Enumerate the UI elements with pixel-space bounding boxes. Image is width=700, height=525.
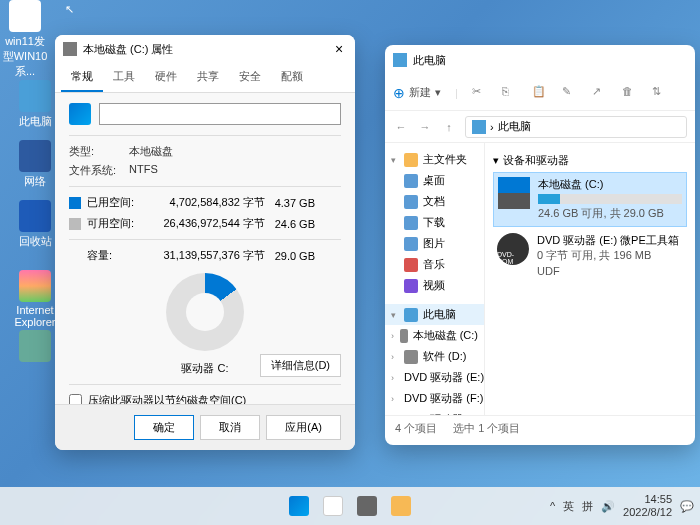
prop-tabs: 常规 工具 硬件 共享 安全 配额 (55, 63, 355, 93)
desktop-icon-network[interactable]: 网络 (10, 140, 60, 189)
sidebar-desktop[interactable]: 桌面 (385, 170, 484, 191)
new-button[interactable]: ⊕新建▾ (393, 85, 441, 101)
drive-e-info1: 0 字节 可用, 共 196 MB (537, 248, 683, 263)
type-label: 类型: (69, 144, 129, 159)
sidebar-downloads[interactable]: 下载 (385, 212, 484, 233)
prop-title: 本地磁盘 (C:) 属性 (83, 42, 331, 57)
ok-button[interactable]: 确定 (134, 415, 194, 440)
sidebar-music[interactable]: 音乐 (385, 254, 484, 275)
sidebar-drive-g[interactable]: ›DVD 驱动器 (... (385, 409, 484, 415)
ime-lang[interactable]: 英 (563, 499, 574, 514)
start-button[interactable] (284, 491, 314, 521)
tray-chevron-icon[interactable]: ^ (550, 500, 555, 512)
usage-donut-chart (166, 273, 244, 351)
pc-icon (472, 120, 486, 134)
cut-icon[interactable]: ✂ (472, 85, 488, 101)
clock[interactable]: 14:552022/8/12 (623, 493, 672, 519)
cancel-button[interactable]: 取消 (200, 415, 260, 440)
tab-tools[interactable]: 工具 (103, 63, 145, 92)
paste-icon[interactable]: 📋 (532, 85, 548, 101)
chevron-down-icon: ▾ (493, 154, 499, 167)
drive-icon (63, 42, 77, 56)
search-button[interactable] (318, 491, 348, 521)
drive-icon (400, 329, 407, 343)
fs-label: 文件系统: (69, 163, 129, 178)
drive-icon (498, 177, 530, 209)
apply-button[interactable]: 应用(A) (266, 415, 341, 440)
status-bar: 4 个项目 选中 1 个项目 (385, 415, 695, 441)
explorer-taskbar[interactable] (386, 491, 416, 521)
tab-hardware[interactable]: 硬件 (145, 63, 187, 92)
drive-name-input[interactable] (99, 103, 341, 125)
used-bytes: 4,702,584,832 字节 (145, 195, 265, 210)
exp-title: 此电脑 (413, 53, 446, 68)
drive-icon (404, 350, 418, 364)
desktop-icon-watermark (10, 330, 60, 364)
sidebar-videos[interactable]: 视频 (385, 275, 484, 296)
taskview-button[interactable] (352, 491, 382, 521)
docs-icon (404, 195, 418, 209)
cap-label: 容量: (87, 248, 145, 263)
sidebar-drive-f[interactable]: ›DVD 驱动器 (F:) (385, 388, 484, 409)
dvd-icon: DVD-ROM (497, 233, 529, 265)
fs-value: NTFS (129, 163, 341, 178)
desktop-icon-file[interactable]: win11发型WIN10系... (0, 0, 50, 79)
sidebar-docs[interactable]: 文档 (385, 191, 484, 212)
tab-sharing[interactable]: 共享 (187, 63, 229, 92)
tab-quota[interactable]: 配额 (271, 63, 313, 92)
ime-mode[interactable]: 拼 (582, 499, 593, 514)
drive-c-info: 24.6 GB 可用, 共 29.0 GB (538, 206, 682, 221)
back-icon[interactable]: ← (393, 121, 409, 133)
pc-icon (404, 308, 418, 322)
sort-icon[interactable]: ⇅ (652, 85, 668, 101)
free-gb: 24.6 GB (265, 218, 315, 230)
sidebar-pics[interactable]: 图片 (385, 233, 484, 254)
cap-gb: 29.0 GB (265, 250, 315, 262)
taskbar: ^ 英 拼 🔊 14:552022/8/12 💬 (0, 487, 700, 525)
windows-icon (289, 496, 309, 516)
desktop-icon-thispc[interactable]: 此电脑 (10, 80, 60, 129)
downloads-icon (404, 216, 418, 230)
properties-window: 本地磁盘 (C:) 属性 × 常规 工具 硬件 共享 安全 配额 类型:本地磁盘… (55, 35, 355, 450)
rename-icon[interactable]: ✎ (562, 85, 578, 101)
sidebar-drive-c[interactable]: ›本地磁盘 (C:) (385, 325, 484, 346)
sidebar: ▾主文件夹 桌面 文档 下载 图片 音乐 视频 ▾此电脑 ›本地磁盘 (C:) … (385, 143, 485, 415)
type-value: 本地磁盘 (129, 144, 341, 159)
drive-e-info2: UDF (537, 264, 683, 279)
sidebar-home[interactable]: ▾主文件夹 (385, 149, 484, 170)
desktop-icon-ie[interactable]: Internet Explorer (10, 270, 60, 328)
cap-bytes: 31,139,557,376 字节 (145, 248, 265, 263)
used-color-icon (69, 197, 81, 209)
used-label: 已用空间: (87, 195, 145, 210)
home-icon (404, 153, 418, 167)
tab-security[interactable]: 安全 (229, 63, 271, 92)
drive-item-e[interactable]: DVD-ROM DVD 驱动器 (E:) 微PE工具箱0 字节 可用, 共 19… (493, 229, 687, 283)
notifications-icon[interactable]: 💬 (680, 500, 694, 513)
sidebar-drive-d[interactable]: ›软件 (D:) (385, 346, 484, 367)
section-devices[interactable]: ▾设备和驱动器 (493, 153, 687, 168)
exp-titlebar[interactable]: 此电脑 (385, 45, 695, 75)
details-button[interactable]: 详细信息(D) (260, 354, 341, 377)
windows-icon (69, 103, 91, 125)
up-icon[interactable]: ↑ (441, 121, 457, 133)
desktop-icon-recycle[interactable]: 回收站 (10, 200, 60, 249)
prop-titlebar[interactable]: 本地磁盘 (C:) 属性 × (55, 35, 355, 63)
drive-item-c[interactable]: 本地磁盘 (C:)24.6 GB 可用, 共 29.0 GB (493, 172, 687, 227)
free-color-icon (69, 218, 81, 230)
pics-icon (404, 237, 418, 251)
tab-general[interactable]: 常规 (61, 63, 103, 92)
share-icon[interactable]: ↗ (592, 85, 608, 101)
free-bytes: 26,436,972,544 字节 (145, 216, 265, 231)
address-bar[interactable]: › 此电脑 (465, 116, 687, 138)
close-icon[interactable]: × (331, 41, 347, 57)
taskview-icon (357, 496, 377, 516)
system-tray: ^ 英 拼 🔊 14:552022/8/12 💬 (550, 493, 694, 519)
volume-icon[interactable]: 🔊 (601, 500, 615, 513)
sidebar-drive-e[interactable]: ›DVD 驱动器 (E:) (385, 367, 484, 388)
copy-icon[interactable]: ⎘ (502, 85, 518, 101)
sidebar-thispc[interactable]: ▾此电脑 (385, 304, 484, 325)
delete-icon[interactable]: 🗑 (622, 85, 638, 101)
pc-icon (393, 53, 407, 67)
forward-icon[interactable]: → (417, 121, 433, 133)
status-count: 4 个项目 (395, 421, 437, 436)
